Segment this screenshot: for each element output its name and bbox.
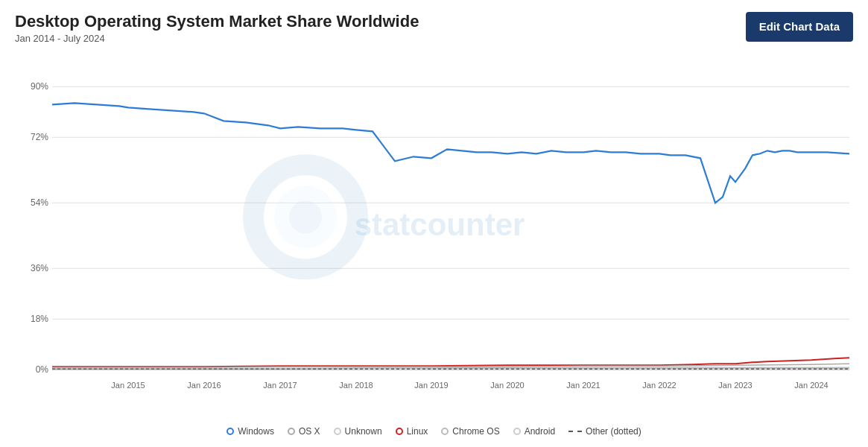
svg-text:Jan 2015: Jan 2015 (111, 381, 145, 390)
chart-area: 90% 72% 54% 36% 18% 0% J (15, 51, 853, 440)
svg-text:18%: 18% (31, 314, 48, 325)
svg-text:Jan 2016: Jan 2016 (187, 381, 221, 390)
android-legend-label: Android (525, 426, 555, 437)
chart-subtitle: Jan 2014 - July 2024 (15, 33, 419, 44)
page-container: Desktop Operating System Market Share Wo… (0, 0, 868, 447)
chart-title: Desktop Operating System Market Share Wo… (15, 12, 419, 31)
svg-text:72%: 72% (31, 133, 48, 143)
svg-text:90%: 90% (31, 82, 48, 92)
linux-legend-label: Linux (407, 426, 428, 437)
svg-text:Jan 2023: Jan 2023 (718, 381, 752, 390)
svg-text:Jan 2022: Jan 2022 (642, 381, 676, 390)
svg-text:0%: 0% (36, 365, 49, 375)
title-block: Desktop Operating System Market Share Wo… (15, 12, 419, 44)
windows-legend-dot (226, 428, 234, 435)
svg-point-26 (289, 201, 322, 234)
legend-item-android: Android (513, 426, 555, 437)
unknown-legend-label: Unknown (345, 426, 382, 437)
edit-chart-button[interactable]: Edit Chart Data (746, 12, 853, 42)
svg-text:Jan 2021: Jan 2021 (566, 381, 600, 390)
other-legend-label: Other (dotted) (586, 426, 642, 437)
windows-legend-label: Windows (238, 426, 274, 437)
svg-text:Jan 2024: Jan 2024 (794, 381, 828, 390)
chart-legend: Windows OS X Unknown Linux Chrome OS And… (15, 420, 853, 440)
legend-item-other: Other (dotted) (568, 426, 642, 437)
svg-text:Jan 2020: Jan 2020 (490, 381, 524, 390)
svg-text:Jan 2017: Jan 2017 (263, 381, 297, 390)
legend-item-linux: Linux (396, 426, 428, 437)
svg-text:Jan 2018: Jan 2018 (339, 381, 373, 390)
unknown-legend-dot (334, 428, 341, 435)
chart-svg-wrap: 90% 72% 54% 36% 18% 0% J (15, 51, 853, 420)
linux-legend-dot (396, 428, 403, 435)
svg-text:Jan 2019: Jan 2019 (414, 381, 448, 390)
other-legend-line (568, 431, 582, 432)
osx-legend-dot (288, 428, 295, 435)
chart-svg: 90% 72% 54% 36% 18% 0% J (15, 51, 853, 420)
svg-text:statcounter: statcounter (355, 208, 525, 243)
chromeos-legend-dot (441, 428, 449, 435)
svg-text:36%: 36% (31, 264, 48, 274)
svg-text:54%: 54% (31, 198, 48, 209)
chart-header: Desktop Operating System Market Share Wo… (15, 12, 853, 44)
osx-legend-label: OS X (299, 426, 320, 437)
legend-item-chromeos: Chrome OS (441, 426, 499, 437)
legend-item-osx: OS X (288, 426, 320, 437)
legend-item-unknown: Unknown (334, 426, 382, 437)
android-legend-dot (513, 428, 521, 435)
legend-item-windows: Windows (226, 426, 274, 437)
chromeos-legend-label: Chrome OS (452, 426, 499, 437)
